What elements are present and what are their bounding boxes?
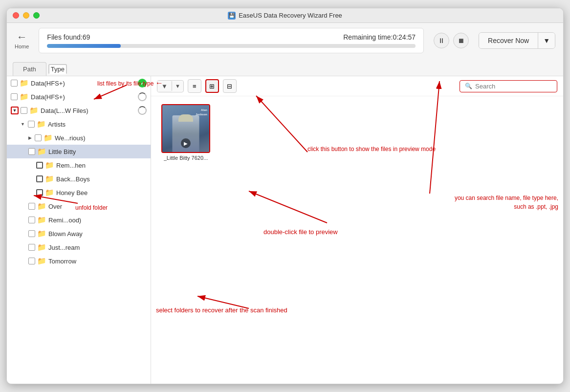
tab-bar: Path Type	[7, 58, 563, 76]
folder-icon-5: 📁	[37, 147, 46, 156]
files-found: Files found:69	[47, 33, 90, 41]
checkbox-1[interactable]	[11, 93, 18, 100]
back-arrow-icon: ←	[17, 32, 27, 43]
progress-bar	[47, 44, 416, 48]
list-view-button[interactable]: ≡	[188, 79, 201, 93]
window-title: 💾 EaseUS Data Recovery Wizard Free	[228, 12, 342, 20]
app-window: 💾 EaseUS Data Recovery Wizard Free ← Hom…	[6, 8, 564, 384]
sidebar-item-11[interactable]: 📁 Blown Away	[7, 227, 151, 240]
checkbox-12[interactable]	[28, 244, 35, 251]
recover-now-button[interactable]: Recover Now	[479, 33, 538, 48]
back-button[interactable]: ← Home	[15, 32, 29, 49]
status-spin-1	[138, 92, 147, 101]
control-buttons: ⏸ ⏹	[434, 33, 469, 48]
checkbox-13[interactable]	[28, 258, 35, 264]
sidebar: 📁 Data(HFS+) ✓ 📁 Data(HFS+) ▼	[7, 76, 151, 384]
folder-icon-1: 📁	[20, 92, 29, 101]
sidebar-item-5[interactable]: 📁 Little Bitty	[7, 145, 151, 158]
app-icon: 💾	[228, 12, 236, 20]
checkbox-2[interactable]	[21, 107, 27, 114]
tab-path[interactable]: Path	[13, 62, 46, 76]
sidebar-item-9[interactable]: 📁 Over	[7, 199, 151, 213]
checkbox-outlined-8[interactable]	[36, 189, 43, 196]
grid-view-button[interactable]: ⊞	[205, 79, 219, 93]
maximize-button[interactable]	[33, 12, 40, 19]
sidebar-label-7: Back...Boys	[56, 175, 90, 183]
folder-icon-11: 📁	[37, 229, 46, 238]
folder-icon-3: 📁	[37, 120, 46, 129]
checkbox-3[interactable]	[28, 121, 35, 128]
sidebar-label-13: Tomorrow	[48, 258, 76, 265]
folder-icon-2: 📁	[29, 106, 39, 115]
folder-icon-13: 📁	[37, 257, 46, 265]
sidebar-item-2[interactable]: ▼ 📁 Data(L...W Files)	[7, 104, 151, 117]
sidebar-label-3: Artists	[48, 121, 66, 128]
progress-info: Files found:69 Remaining time:0:24:57	[47, 33, 416, 41]
checkbox-outlined-6[interactable]	[36, 162, 43, 169]
top-area: ← Home Files found:69 Remaining time:0:2…	[7, 23, 563, 58]
sidebar-item-10[interactable]: 📁 Remi...ood)	[7, 213, 151, 227]
sidebar-item-6[interactable]: 📁 Rem...hen	[7, 158, 151, 172]
sidebar-item-4[interactable]: ▶ 📁 We...rious)	[7, 131, 151, 145]
sidebar-label-1: Data(HFS+)	[31, 93, 65, 101]
folder-icon-7: 📁	[45, 174, 54, 183]
sidebar-label-9: Over	[48, 203, 62, 210]
sidebar-item-1[interactable]: 📁 Data(HFS+)	[7, 90, 151, 104]
filter-button-group: ▼ ▼	[157, 80, 184, 92]
search-box[interactable]: 🔍	[460, 80, 557, 92]
recover-button-group: Recover Now ▼	[479, 32, 555, 49]
search-input[interactable]	[475, 83, 552, 90]
tab-type[interactable]: Type	[48, 64, 67, 74]
sidebar-item-3[interactable]: ▼ 📁 Artists	[7, 117, 151, 131]
file-item-0[interactable]: AlanJackson ▶ _Little Bitty 7620...	[159, 104, 213, 161]
checkbox-5[interactable]	[28, 148, 35, 155]
sidebar-label-6: Rem...hen	[56, 162, 86, 169]
main-content: Path Type 📁 Data(HFS+) ✓ 📁 Data(HFS+)	[7, 58, 563, 384]
minimize-button[interactable]	[23, 12, 29, 19]
sidebar-item-12[interactable]: 📁 Just...ream	[7, 240, 151, 254]
checkbox-9[interactable]	[28, 203, 35, 210]
progress-fill	[47, 44, 121, 48]
remaining-time: Remaining time:0:24:57	[343, 33, 416, 41]
filter-button[interactable]: ▼	[157, 81, 172, 92]
folder-icon-8: 📁	[45, 188, 54, 197]
checkbox-outlined-7[interactable]	[36, 175, 43, 182]
stop-button[interactable]: ⏹	[453, 33, 469, 48]
content-area: 📁 Data(HFS+) ✓ 📁 Data(HFS+) ▼	[7, 76, 563, 384]
checkbox-11[interactable]	[28, 230, 35, 237]
preview-view-button[interactable]: ⊟	[223, 79, 237, 93]
recover-dropdown-button[interactable]: ▼	[538, 33, 555, 48]
sidebar-label-2: Data(L...W Files)	[41, 107, 88, 114]
file-thumbnail-0: AlanJackson ▶	[161, 104, 210, 153]
pause-button[interactable]: ⏸	[434, 33, 449, 48]
close-button[interactable]	[13, 12, 19, 19]
status-green-0: ✓	[138, 79, 147, 87]
folder-icon-12: 📁	[37, 243, 46, 252]
sidebar-item-13[interactable]: 📁 Tomorrow	[7, 254, 151, 268]
checkbox-4[interactable]	[35, 134, 42, 141]
status-spin-2	[138, 106, 147, 115]
sidebar-label-0: Data(HFS+)	[31, 80, 65, 87]
search-icon: 🔍	[465, 83, 472, 89]
title-bar: 💾 EaseUS Data Recovery Wizard Free	[7, 8, 563, 23]
folder-icon-0: 📁	[20, 79, 29, 87]
file-grid: AlanJackson ▶ _Little Bitty 7620...	[151, 96, 563, 384]
checkbox-10[interactable]	[28, 217, 35, 223]
filter-dropdown[interactable]: ▼	[172, 81, 183, 91]
sidebar-label-8: Honey Bee	[56, 189, 88, 196]
expand-box-2[interactable]: ▼	[11, 107, 19, 114]
sidebar-item-7[interactable]: 📁 Back...Boys	[7, 172, 151, 186]
sidebar-label-10: Remi...ood)	[48, 217, 81, 224]
sidebar-label-4: We...rious)	[55, 134, 86, 142]
file-name-0: _Little Bitty 7620...	[164, 155, 208, 161]
sidebar-label-12: Just...ream	[48, 244, 80, 251]
checkbox-0[interactable]	[11, 80, 18, 87]
sidebar-label-11: Blown Away	[48, 230, 83, 238]
folder-icon-4: 📁	[44, 133, 53, 142]
folder-icon-6: 📁	[45, 161, 54, 170]
folder-icon-9: 📁	[37, 202, 46, 211]
sidebar-item-0[interactable]: 📁 Data(HFS+) ✓	[7, 76, 151, 90]
progress-section: Files found:69 Remaining time:0:24:57	[39, 28, 424, 53]
file-area: ▼ ▼ ≡ ⊞ ⊟ 🔍	[151, 76, 563, 384]
sidebar-item-8[interactable]: 📁 Honey Bee	[7, 186, 151, 199]
